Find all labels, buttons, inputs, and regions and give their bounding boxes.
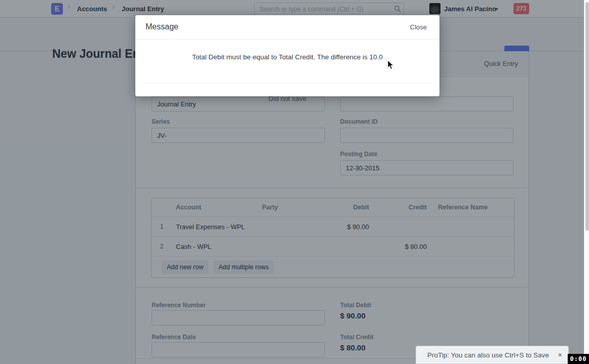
recording-timer: 0:00 [568,354,589,364]
close-icon[interactable]: × [558,351,562,359]
modal-header: Message Close [135,15,439,40]
modal-title: Message [145,22,178,31]
modal-footer-text: Did not save [135,95,439,102]
modal-close-button[interactable]: Close [410,23,427,31]
modal-message: Total Debit must be equal to Total Credi… [135,53,439,61]
protip-toast: ProTip: You can also use Ctrl+S to Save … [416,346,569,364]
message-modal: Message Close Total Debit must be equal … [135,15,439,96]
protip-text: ProTip: You can also use Ctrl+S to Save [427,351,549,359]
scrollbar-track [584,0,589,364]
app-window: E › Accounts › Journal Entry James Al Pa… [0,0,589,364]
scrollbar-thumb[interactable] [585,2,589,231]
modal-divider [143,83,432,84]
